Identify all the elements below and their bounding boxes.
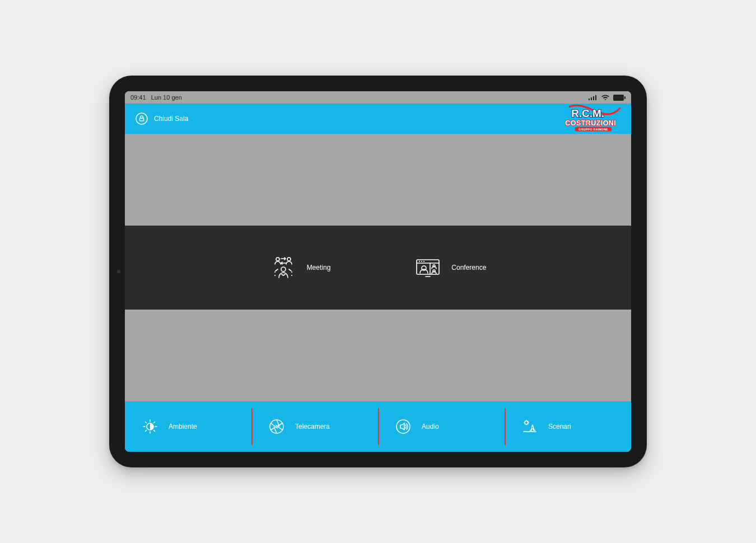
brand-line3: GRUPPO RAINONE: [578, 128, 608, 131]
status-time: 09:41: [130, 94, 146, 101]
top-bar: Chiudi Sala R.C.M. COSTRUZIONI GRUPPO RA…: [125, 104, 631, 134]
brand-line2: COSTRUZIONI: [565, 119, 616, 127]
mode-conference-button[interactable]: Conference: [414, 254, 486, 281]
meeting-icon: [270, 254, 297, 281]
svg-point-14: [274, 272, 276, 273]
svg-point-11: [281, 267, 286, 272]
status-date: Lun 10 gen: [151, 94, 182, 101]
power-lock-icon: [135, 112, 148, 125]
screen: 09:41 Lun 10 gen: [125, 91, 631, 452]
close-room-label: Chiudi Sala: [154, 115, 188, 123]
svg-point-15: [291, 272, 292, 273]
svg-rect-3: [595, 95, 596, 100]
bottom-bar: Ambiente Telecamer: [125, 401, 631, 452]
svg-rect-4: [613, 95, 624, 101]
bottom-ambiente-label: Ambiente: [169, 423, 197, 430]
svg-point-6: [136, 113, 147, 124]
bottom-telecamera-button[interactable]: Telecamera: [251, 401, 378, 452]
spacer-bottom: [125, 310, 631, 401]
mode-meeting-label: Meeting: [307, 264, 331, 272]
svg-point-19: [423, 261, 424, 262]
aperture-icon: [268, 418, 285, 435]
svg-rect-1: [591, 97, 592, 100]
status-time-date: 09:41 Lun 10 gen: [130, 94, 182, 101]
content-area: Meeting: [125, 134, 631, 401]
svg-rect-5: [624, 96, 626, 99]
mode-strip: Meeting: [125, 226, 631, 310]
close-room-button[interactable]: Chiudi Sala: [135, 112, 188, 125]
status-bar: 09:41 Lun 10 gen: [125, 91, 631, 104]
svg-rect-2: [593, 96, 594, 100]
speaker-icon: [395, 418, 412, 435]
battery-icon: [613, 95, 626, 101]
mode-conference-label: Conference: [451, 264, 486, 272]
bottom-scenari-label: Scenari: [548, 423, 571, 430]
svg-point-12: [274, 275, 276, 276]
svg-point-9: [276, 258, 279, 261]
tablet-frame: 09:41 Lun 10 gen: [109, 76, 647, 467]
conference-icon: [414, 254, 441, 281]
bottom-audio-button[interactable]: Audio: [378, 401, 505, 452]
brightness-icon: [142, 418, 158, 435]
svg-point-18: [421, 261, 422, 262]
svg-point-10: [287, 258, 291, 261]
svg-rect-7: [140, 118, 144, 121]
bottom-audio-label: Audio: [422, 423, 439, 430]
bottom-scenari-button[interactable]: Scenari: [505, 401, 631, 452]
svg-point-13: [291, 275, 292, 276]
svg-rect-8: [575, 127, 612, 132]
bottom-ambiente-button[interactable]: Ambiente: [125, 401, 251, 452]
svg-point-17: [419, 261, 420, 262]
brand-line1: R.C.M.: [571, 107, 604, 119]
status-indicators: [589, 94, 626, 101]
brand-logo: R.C.M. COSTRUZIONI GRUPPO RAINONE: [562, 101, 623, 136]
svg-rect-0: [589, 99, 590, 100]
wifi-icon: [601, 94, 610, 101]
scene-icon: [521, 418, 538, 435]
bottom-telecamera-label: Telecamera: [295, 423, 330, 430]
signal-icon: [589, 95, 598, 100]
mode-meeting-button[interactable]: Meeting: [270, 254, 331, 281]
spacer-top: [125, 134, 631, 226]
